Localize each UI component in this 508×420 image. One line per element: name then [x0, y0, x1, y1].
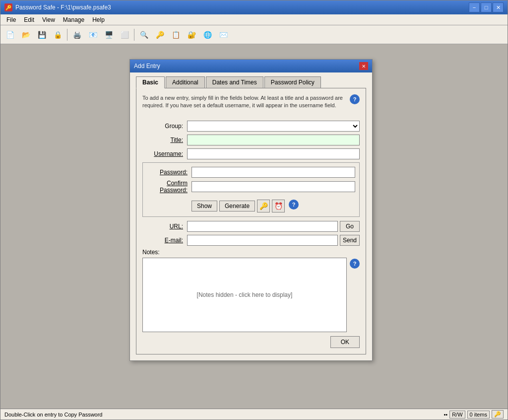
username-label: Username: [142, 150, 187, 157]
notes-placeholder-text: [Notes hidden - click here to display] [197, 291, 293, 298]
tab-additional[interactable]: Additional [166, 76, 205, 88]
app-icon: 🔑 [4, 3, 12, 11]
email-input[interactable] [187, 235, 338, 246]
dialog-title-bar: Add Entry ✕ [130, 60, 372, 72]
window-controls: − □ ✕ [469, 2, 504, 12]
email-label-text: E [165, 237, 169, 244]
go-button[interactable]: Go [340, 221, 360, 232]
toolbar-mail[interactable]: ✉️ [216, 27, 231, 42]
username-row: Username: [142, 148, 360, 159]
add-entry-dialog: Add Entry ✕ Basic Additional Dates and T… [129, 59, 373, 361]
status-message: Double-Click on entry to Copy Password [4, 412, 102, 418]
tab-panel-basic: To add a new entry, simply fill in the f… [136, 88, 366, 354]
info-text: To add a new entry, simply fill in the f… [142, 94, 347, 110]
toolbar-key[interactable]: 🔑 [152, 27, 167, 42]
maximize-button[interactable]: □ [481, 2, 492, 12]
username-label-rest: sername: [158, 150, 183, 157]
toolbar-separator-2 [134, 29, 134, 41]
notes-area[interactable]: [Notes hidden - click here to display] [142, 258, 347, 332]
status-mode: R/W [449, 411, 465, 419]
confirm-label-text: Confirm Password: [160, 180, 188, 194]
username-label-text: U [154, 150, 158, 157]
toolbar-new[interactable]: 📄 [2, 27, 17, 42]
notes-label: Notes: [142, 249, 347, 256]
tab-basic[interactable]: Basic [136, 76, 165, 88]
toolbar: 📄 📂 💾 🔒 🖨️ 📧 🖥️ ⬜ 🔍 🔑 📋 🔐 🌐 ✉️ [0, 25, 508, 44]
menu-help[interactable]: Help [88, 15, 109, 24]
toolbar-lock[interactable]: 🔒 [50, 27, 65, 42]
dialog-title: Add Entry [134, 63, 160, 70]
info-help-icon[interactable]: ? [350, 94, 360, 104]
toolbar-screen[interactable]: 🖥️ [101, 27, 116, 42]
url-label-text: U [170, 223, 174, 230]
toolbar-print[interactable]: 🖨️ [69, 27, 84, 42]
ok-button[interactable]: OK [330, 336, 360, 348]
app-title: Password Safe - F:\1\pwsafe.psafe3 [15, 4, 111, 11]
menu-manage[interactable]: Manage [59, 15, 88, 24]
title-bar: 🔑 Password Safe - F:\1\pwsafe.psafe3 − □… [0, 0, 508, 14]
toolbar-web[interactable]: 🌐 [200, 27, 215, 42]
toolbar-copy[interactable]: 📋 [168, 27, 183, 42]
toolbar-blank[interactable]: ⬜ [117, 27, 132, 42]
tab-dates[interactable]: Dates and Times [206, 76, 263, 88]
password-label-rest: assword: [164, 169, 188, 176]
toolbar-email[interactable]: 📧 [85, 27, 100, 42]
status-right: •• R/W 0 items 🔑 [444, 410, 504, 419]
show-button[interactable]: Show [191, 201, 217, 211]
password-row: Password: [147, 167, 355, 178]
menu-view[interactable]: View [38, 15, 59, 24]
email-row: E-mail: Send [142, 235, 360, 246]
title-label-rest: itle: [174, 137, 183, 143]
status-items: 0 items [467, 411, 490, 419]
group-label: Group: [142, 123, 187, 130]
confirm-password-row: Confirm Password: [147, 180, 355, 194]
menu-file[interactable]: File [2, 15, 20, 24]
password-label-text: P [160, 169, 164, 176]
url-input[interactable] [187, 221, 338, 232]
send-button[interactable]: Send [340, 235, 360, 246]
group-row: Group: [142, 121, 360, 132]
username-input[interactable] [187, 148, 360, 159]
group-select[interactable] [187, 121, 360, 132]
email-label: E-mail: [142, 237, 187, 244]
title-bar-left: 🔑 Password Safe - F:\1\pwsafe.psafe3 [4, 3, 111, 11]
dialog-close-button[interactable]: ✕ [359, 62, 368, 70]
status-icon: 🔑 [492, 410, 504, 419]
dialog-body: Basic Additional Dates and Times Passwor… [130, 72, 372, 360]
status-bar: Double-Click on entry to Copy Password •… [0, 409, 508, 420]
password-section: Password: Confirm Password: [142, 162, 360, 217]
password-buttons: Show Generate 🔑 ⏰ [191, 200, 285, 212]
dialog-footer: OK [142, 332, 360, 348]
title-input[interactable] [187, 135, 360, 145]
dialog-tabs: Basic Additional Dates and Times Passwor… [136, 76, 366, 88]
content-area: Add Entry ✕ Basic Additional Dates and T… [0, 44, 508, 409]
email-label-rest: -mail: [169, 237, 183, 244]
password-input[interactable] [191, 167, 355, 178]
confirm-password-input[interactable] [191, 181, 355, 192]
generate-button[interactable]: Generate [219, 201, 255, 211]
toolbar-open[interactable]: 📂 [18, 27, 33, 42]
menu-bar: File Edit View Manage Help [0, 14, 508, 25]
close-button[interactable]: ✕ [493, 2, 504, 12]
url-label-rest: RL: [174, 223, 183, 230]
title-label: Title: [142, 137, 187, 143]
toolbar-search[interactable]: 🔍 [136, 27, 151, 42]
password-copy-icon[interactable]: 🔑 [257, 200, 270, 212]
confirm-label: Confirm Password: [147, 180, 191, 194]
main-window: 🔑 Password Safe - F:\1\pwsafe.psafe3 − □… [0, 0, 508, 420]
status-dots: •• [444, 412, 447, 418]
toolbar-save[interactable]: 💾 [34, 27, 49, 42]
password-help-icon[interactable]: ? [289, 200, 299, 210]
url-row: URL: Go [142, 221, 360, 232]
password-history-icon[interactable]: ⏰ [272, 200, 285, 212]
title-row: Title: [142, 135, 360, 145]
toolbar-separator-1 [67, 29, 67, 41]
url-label: URL: [142, 223, 187, 230]
minimize-button[interactable]: − [469, 2, 480, 12]
toolbar-secure[interactable]: 🔐 [184, 27, 199, 42]
tab-policy[interactable]: Password Policy [264, 76, 321, 88]
menu-edit[interactable]: Edit [20, 15, 38, 24]
password-label: Password: [147, 169, 191, 176]
notes-help-icon[interactable]: ? [350, 259, 360, 269]
